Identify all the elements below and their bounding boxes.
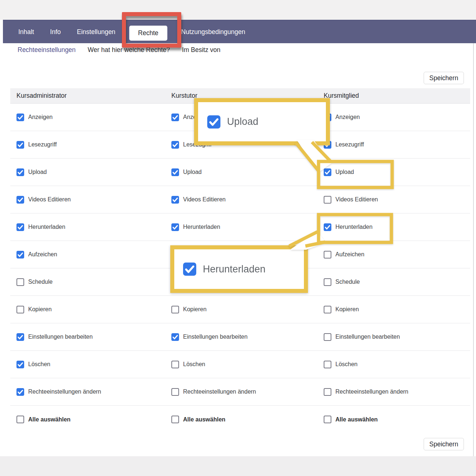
- checkbox-label[interactable]: Löschen: [183, 361, 205, 368]
- table-row: Einstellungen bearbeitenEinstellungen be…: [10, 323, 470, 351]
- cell-tutor: Kopieren: [165, 296, 317, 323]
- checkbox-label[interactable]: Einstellungen bearbeiten: [28, 334, 93, 340]
- checkbox-label[interactable]: Videos Editieren: [183, 196, 226, 203]
- cell-admin: Lesezugriff: [10, 131, 165, 158]
- tab-info[interactable]: Info: [50, 28, 61, 36]
- cell-member: Alle auswählen: [317, 406, 470, 433]
- checkbox-label[interactable]: Rechteeinstellungen ändern: [183, 388, 256, 395]
- checkbox-member[interactable]: [324, 168, 331, 176]
- checkbox-admin[interactable]: [16, 251, 24, 259]
- cell-member: Anzeigen: [317, 104, 470, 131]
- checkbox-admin[interactable]: [16, 306, 24, 313]
- checkbox-label[interactable]: Kopieren: [183, 306, 207, 313]
- checkbox-admin[interactable]: [16, 278, 24, 286]
- cell-tutor: Rechteeinstellungen ändern: [165, 378, 317, 405]
- checkbox-label[interactable]: Einstellungen bearbeiten: [183, 334, 248, 340]
- checkbox-member[interactable]: [324, 361, 331, 368]
- subtab-rechteeinstellungen[interactable]: Rechteeinstellungen: [18, 46, 76, 54]
- tab-rechte[interactable]: Rechte: [129, 26, 167, 41]
- checkbox-label[interactable]: Herunterladen: [183, 224, 220, 230]
- cell-admin: Alle auswählen: [10, 406, 165, 433]
- subtab-im-besitz-von[interactable]: Im Besitz von: [182, 46, 220, 54]
- checkbox-admin[interactable]: [16, 416, 24, 423]
- checkbox-admin[interactable]: [16, 361, 24, 368]
- checkbox-label[interactable]: Löschen: [335, 361, 358, 368]
- checkbox-label[interactable]: Kopieren: [335, 306, 359, 313]
- checkbox-admin[interactable]: [16, 114, 24, 121]
- cell-admin: Rechteeinstellungen ändern: [10, 378, 165, 405]
- cell-member: Upload: [317, 159, 470, 186]
- cell-admin: Videos Editieren: [10, 186, 165, 213]
- checkbox-label[interactable]: Upload: [183, 169, 202, 175]
- checkbox-label[interactable]: Aufzeichen: [335, 251, 364, 258]
- cell-admin: Upload: [10, 159, 165, 186]
- checkbox-label[interactable]: Upload: [335, 169, 354, 175]
- cell-tutor: Alle auswählen: [165, 406, 317, 433]
- checkbox-admin[interactable]: [16, 141, 24, 149]
- checkbox-member[interactable]: [324, 223, 331, 231]
- checkbox-label[interactable]: Schedule: [28, 279, 53, 285]
- checkbox-tutor[interactable]: [171, 223, 179, 231]
- checkbox-tutor[interactable]: [171, 388, 179, 396]
- checkbox-label[interactable]: Herunterladen: [335, 224, 372, 230]
- checkbox-admin[interactable]: [16, 388, 24, 396]
- checkbox-label[interactable]: Alle auswählen: [28, 416, 71, 423]
- checkbox-label[interactable]: Rechteeinstellungen ändern: [335, 388, 408, 395]
- checkbox-label[interactable]: Löschen: [28, 361, 51, 368]
- checkbox-member[interactable]: [324, 416, 331, 423]
- checkbox-member[interactable]: [324, 196, 331, 204]
- subtab-wer-hat-rechte[interactable]: Wer hat hier welche Rechte?: [88, 46, 170, 54]
- column-header-kursadministrator: Kursadministrator: [10, 92, 165, 100]
- tab-inhalt[interactable]: Inhalt: [18, 28, 34, 36]
- checkbox-label[interactable]: Videos Editieren: [335, 196, 378, 203]
- checkbox-tutor[interactable]: [171, 333, 179, 341]
- checkbox-tutor[interactable]: [171, 196, 179, 204]
- zoom-callout-herunterladen: Herunterladen: [170, 245, 308, 293]
- checkbox-member[interactable]: [324, 306, 331, 313]
- cell-member: Löschen: [317, 351, 470, 378]
- checkbox-member[interactable]: [324, 333, 331, 341]
- checkbox-label[interactable]: Herunterladen: [28, 224, 65, 230]
- checkbox-label[interactable]: Anzeigen: [335, 114, 360, 120]
- checkbox-tutor[interactable]: [171, 306, 179, 313]
- checkbox-member[interactable]: [324, 251, 331, 259]
- page-footer-strip: [0, 456, 476, 476]
- checkbox-label[interactable]: Alle auswählen: [335, 416, 378, 423]
- main-navbar: Inhalt Info Einstellungen Rechte Nutzung…: [3, 20, 476, 43]
- tab-nutzungsbedingungen[interactable]: Nutzungsbedingungen: [181, 28, 245, 36]
- checkbox-admin[interactable]: [16, 223, 24, 231]
- checkbox-label[interactable]: Schedule: [335, 279, 360, 285]
- checkbox-member[interactable]: [324, 278, 331, 286]
- checkbox-tutor[interactable]: [171, 361, 179, 368]
- save-button-top[interactable]: Speichern: [424, 72, 464, 84]
- table-row: HerunterladenHerunterladenHerunterladen: [10, 213, 470, 241]
- checkbox-label[interactable]: Lesezugriff: [335, 141, 364, 148]
- checkbox-label[interactable]: Upload: [28, 169, 47, 175]
- cell-tutor: Einstellungen bearbeiten: [165, 323, 317, 350]
- checkbox-label[interactable]: Rechteeinstellungen ändern: [28, 388, 101, 395]
- save-button-bottom[interactable]: Speichern: [424, 438, 464, 450]
- cell-admin: Kopieren: [10, 296, 165, 323]
- cell-member: Videos Editieren: [317, 186, 470, 213]
- checkbox-admin[interactable]: [16, 168, 24, 176]
- checkbox-admin[interactable]: [16, 196, 24, 204]
- tab-einstellungen[interactable]: Einstellungen: [77, 28, 115, 36]
- cell-member: Lesezugriff: [317, 131, 470, 158]
- callout-upload-checkbox-icon: [207, 115, 220, 129]
- checkbox-tutor[interactable]: [171, 141, 179, 149]
- checkbox-label[interactable]: Videos Editieren: [28, 196, 71, 203]
- callout-herunterladen-checkbox-icon: [183, 263, 196, 276]
- column-header-kursmitglied: Kursmitglied: [317, 92, 470, 100]
- checkbox-label[interactable]: Anzeigen: [28, 114, 53, 120]
- checkbox-label[interactable]: Kopieren: [28, 306, 52, 313]
- checkbox-label[interactable]: Lesezugriff: [28, 141, 57, 148]
- checkbox-tutor[interactable]: [171, 168, 179, 176]
- checkbox-label[interactable]: Alle auswählen: [183, 416, 226, 423]
- checkbox-admin[interactable]: [16, 333, 24, 341]
- checkbox-tutor[interactable]: [171, 114, 179, 121]
- cell-admin: Löschen: [10, 351, 165, 378]
- checkbox-label[interactable]: Einstellungen bearbeiten: [335, 334, 400, 340]
- checkbox-member[interactable]: [324, 388, 331, 396]
- checkbox-label[interactable]: Aufzeichen: [28, 251, 57, 258]
- checkbox-tutor[interactable]: [171, 416, 179, 423]
